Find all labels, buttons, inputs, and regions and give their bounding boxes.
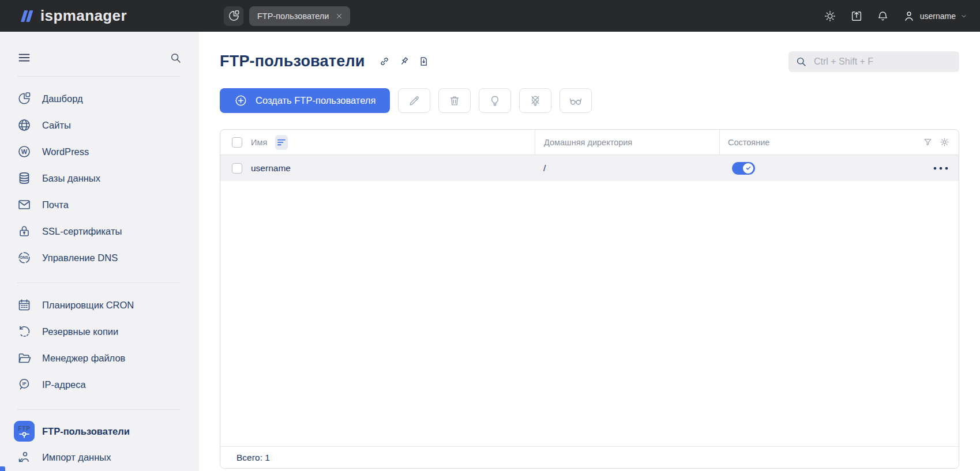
enable-bulb-icon bbox=[489, 95, 501, 107]
column-header-name[interactable]: Имя bbox=[251, 138, 267, 147]
sidebar-item-backups[interactable]: Резервные копии bbox=[0, 318, 199, 345]
sidebar-item-label: Импорт данных bbox=[42, 451, 111, 464]
view-as-button[interactable] bbox=[560, 88, 592, 113]
svg-text:FTP: FTP bbox=[18, 425, 30, 432]
tab-strip: FTP-пользователи bbox=[224, 6, 350, 26]
ip-pin-icon: IP bbox=[17, 378, 31, 391]
column-header-state[interactable]: Состояние bbox=[728, 138, 769, 147]
link-icon[interactable] bbox=[379, 56, 390, 67]
sidebar-item-ip[interactable]: IP IP-адреса bbox=[0, 371, 199, 398]
row-home-dir: / bbox=[543, 163, 546, 174]
folder-icon bbox=[17, 351, 31, 365]
sidebar-item-cron[interactable]: Планировщик CRON bbox=[0, 292, 199, 318]
sidebar-item-databases[interactable]: Базы данных bbox=[0, 165, 199, 191]
sort-icon[interactable] bbox=[275, 135, 288, 150]
sidebar-item-ssl[interactable]: SSL-сертификаты bbox=[0, 218, 199, 244]
topbar: ispmanager FTP-пользователи bbox=[0, 0, 980, 32]
toolbar: Создать FTP-пользователя bbox=[220, 88, 959, 113]
notifications-bell-icon[interactable] bbox=[877, 10, 889, 22]
view-glasses-icon bbox=[569, 94, 583, 108]
upload-icon[interactable] bbox=[850, 10, 863, 22]
sidebar-item-label: Дашборд bbox=[42, 93, 83, 105]
sidebar-item-dns[interactable]: DNS Управление DNS bbox=[0, 244, 199, 271]
search-input[interactable] bbox=[814, 56, 952, 67]
table-header: Имя Домашняя директория Состояние bbox=[220, 130, 959, 155]
sidebar-item-wordpress[interactable]: W WordPress bbox=[0, 138, 199, 165]
state-toggle-on[interactable] bbox=[732, 162, 755, 175]
person-icon bbox=[903, 10, 915, 22]
sidebar: Дашборд Сайты W WordPress bbox=[0, 32, 199, 471]
page-search[interactable] bbox=[788, 51, 959, 72]
disable-bulb-off-icon bbox=[529, 95, 542, 107]
column-header-home-dir[interactable]: Домашняя директория bbox=[544, 138, 632, 147]
svg-text:W: W bbox=[21, 148, 28, 155]
sidebar-item-mail[interactable]: Почта bbox=[0, 191, 199, 218]
user-menu[interactable]: username bbox=[903, 10, 967, 22]
sidebar-item-label: Управление DNS bbox=[42, 252, 118, 264]
search-icon bbox=[795, 56, 807, 67]
hamburger-menu-icon[interactable] bbox=[17, 51, 31, 65]
sidebar-item-import[interactable]: Импорт данных bbox=[0, 444, 199, 470]
logo-text: ispmanager bbox=[40, 7, 127, 25]
lock-icon bbox=[17, 224, 31, 238]
ftp-users-table: Имя Домашняя директория Состояние bbox=[220, 129, 959, 469]
mail-icon bbox=[17, 198, 31, 212]
pie-chart-icon bbox=[228, 10, 240, 22]
table-row[interactable]: username / bbox=[220, 155, 959, 181]
sidebar-item-label: SSL-сертификаты bbox=[42, 225, 122, 238]
create-ftp-user-button[interactable]: Создать FTP-пользователя bbox=[220, 88, 390, 113]
ispmanager-logo: ispmanager bbox=[0, 7, 199, 25]
row-checkbox[interactable] bbox=[232, 163, 242, 174]
ftp-badge-icon: FTP bbox=[14, 421, 35, 442]
create-button-label: Создать FTP-пользователя bbox=[256, 95, 376, 106]
calendar-icon bbox=[17, 298, 31, 312]
sidebar-item-dashboard[interactable]: Дашборд bbox=[0, 85, 199, 112]
dns-icon: DNS bbox=[17, 251, 31, 265]
username-label: username bbox=[920, 12, 956, 21]
pin-icon[interactable] bbox=[399, 56, 410, 67]
row-username: username bbox=[251, 163, 291, 174]
theme-sun-icon[interactable] bbox=[824, 10, 836, 22]
enable-button[interactable] bbox=[479, 88, 511, 113]
search-icon[interactable] bbox=[170, 52, 182, 64]
delete-button[interactable] bbox=[438, 88, 471, 113]
table-empty-area bbox=[220, 181, 959, 446]
main-content: FTP-пользователи bbox=[199, 32, 980, 471]
dashboard-tab-button[interactable] bbox=[224, 6, 243, 26]
wordpress-icon: W bbox=[17, 145, 31, 159]
sidebar-item-label: Резервные копии bbox=[42, 326, 118, 338]
table-footer: Всего: 1 bbox=[220, 446, 959, 468]
topbar-actions: username bbox=[824, 10, 980, 22]
tab-ftp-users[interactable]: FTP-пользователи bbox=[249, 6, 350, 26]
import-user-icon bbox=[17, 450, 31, 464]
edit-button[interactable] bbox=[398, 88, 430, 113]
svg-text:IP: IP bbox=[22, 382, 27, 386]
sidebar-scroll-indicator bbox=[0, 466, 5, 471]
sidebar-item-ftp-users[interactable]: FTP FTP-пользователи bbox=[0, 419, 199, 444]
page-header: FTP-пользователи bbox=[220, 49, 959, 74]
select-all-checkbox[interactable] bbox=[232, 137, 242, 148]
tab-label: FTP-пользователи bbox=[257, 12, 329, 21]
sidebar-item-sites[interactable]: Сайты bbox=[0, 112, 199, 138]
sidebar-item-label: Менеджер файлов bbox=[42, 352, 125, 364]
total-count-label: Всего: 1 bbox=[236, 453, 270, 463]
svg-text:DNS: DNS bbox=[20, 255, 29, 259]
delete-trash-icon bbox=[448, 95, 461, 107]
sidebar-item-label: Планировщик CRON bbox=[42, 299, 134, 311]
sidebar-item-label: WordPress bbox=[42, 146, 89, 158]
edit-pencil-icon bbox=[408, 95, 420, 107]
export-document-icon[interactable] bbox=[418, 56, 429, 67]
ellipsis-icon bbox=[933, 167, 948, 170]
disable-button[interactable] bbox=[519, 88, 551, 113]
sidebar-item-label: FTP-пользователи bbox=[42, 425, 130, 438]
row-actions-menu[interactable] bbox=[933, 167, 948, 170]
restore-arrow-icon bbox=[17, 325, 31, 338]
sidebar-item-file-manager[interactable]: Менеджер файлов bbox=[0, 345, 199, 371]
filter-funnel-icon[interactable] bbox=[923, 137, 933, 147]
plus-circle-icon bbox=[234, 94, 247, 107]
settings-gear-icon[interactable] bbox=[940, 137, 949, 147]
sidebar-item-label: IP-адреса bbox=[42, 379, 86, 391]
database-icon bbox=[17, 171, 31, 185]
chevron-down-icon bbox=[960, 13, 967, 20]
close-icon[interactable] bbox=[335, 12, 343, 20]
